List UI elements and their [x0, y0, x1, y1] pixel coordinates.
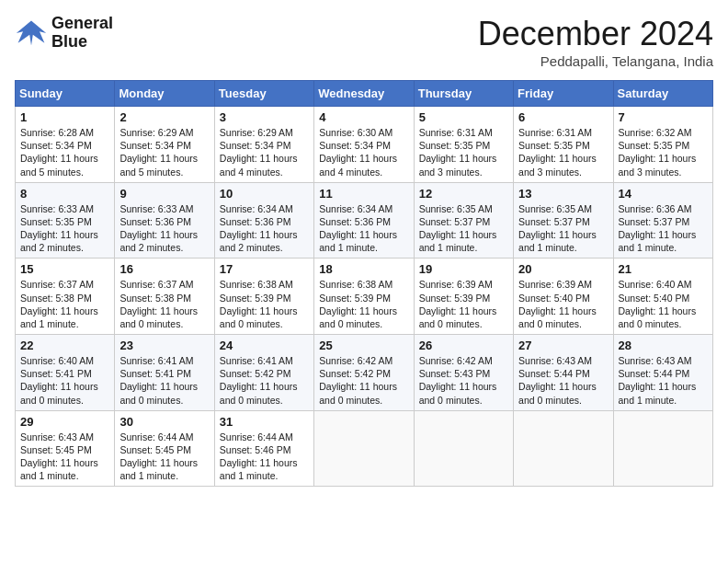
calendar-cell: 13Sunrise: 6:35 AMSunset: 5:37 PMDayligh… [514, 182, 613, 259]
day-info: Sunrise: 6:31 AMSunset: 5:35 PMDaylight:… [518, 126, 608, 178]
day-info: Sunrise: 6:40 AMSunset: 5:40 PMDaylight:… [619, 278, 708, 330]
month-title: December 2024 [478, 15, 713, 53]
calendar-cell: 22Sunrise: 6:40 AMSunset: 5:41 PMDayligh… [16, 335, 115, 411]
day-info: Sunrise: 6:31 AMSunset: 5:35 PMDaylight:… [419, 126, 508, 178]
day-number: 1 [20, 110, 109, 124]
location: Peddapalli, Telangana, India [478, 53, 713, 69]
calendar-table: SundayMondayTuesdayWednesdayThursdayFrid… [15, 80, 713, 487]
calendar-cell: 23Sunrise: 6:41 AMSunset: 5:41 PMDayligh… [115, 335, 214, 411]
day-number: 16 [119, 262, 209, 276]
calendar-cell: 26Sunrise: 6:42 AMSunset: 5:43 PMDayligh… [414, 335, 513, 411]
day-info: Sunrise: 6:32 AMSunset: 5:35 PMDaylight:… [619, 126, 708, 178]
day-info: Sunrise: 6:42 AMSunset: 5:43 PMDaylight:… [419, 354, 508, 407]
calendar-cell: 14Sunrise: 6:36 AMSunset: 5:37 PMDayligh… [613, 182, 712, 259]
day-number: 7 [619, 110, 708, 124]
calendar-cell: 12Sunrise: 6:35 AMSunset: 5:37 PMDayligh… [414, 182, 513, 259]
calendar-cell: 17Sunrise: 6:38 AMSunset: 5:39 PMDayligh… [214, 259, 313, 335]
calendar-cell: 8Sunrise: 6:33 AMSunset: 5:35 PMDaylight… [16, 182, 115, 259]
calendar-week-row: 15Sunrise: 6:37 AMSunset: 5:38 PMDayligh… [16, 259, 713, 335]
day-info: Sunrise: 6:35 AMSunset: 5:37 PMDaylight:… [419, 202, 508, 255]
day-info: Sunrise: 6:43 AMSunset: 5:44 PMDaylight:… [619, 354, 708, 407]
day-info: Sunrise: 6:42 AMSunset: 5:42 PMDaylight:… [319, 354, 408, 407]
day-number: 4 [319, 110, 408, 124]
calendar-day-header: Wednesday [314, 81, 414, 107]
calendar-cell [514, 410, 613, 487]
calendar-cell: 6Sunrise: 6:31 AMSunset: 5:35 PMDaylight… [514, 107, 613, 183]
calendar-cell: 20Sunrise: 6:39 AMSunset: 5:40 PMDayligh… [514, 259, 613, 335]
calendar-cell: 10Sunrise: 6:34 AMSunset: 5:36 PMDayligh… [214, 182, 313, 259]
title-block: December 2024 Peddapalli, Telangana, Ind… [478, 15, 713, 69]
day-number: 30 [119, 415, 209, 429]
day-number: 13 [518, 187, 608, 201]
day-info: Sunrise: 6:35 AMSunset: 5:37 PMDaylight:… [518, 202, 608, 255]
calendar-cell: 9Sunrise: 6:33 AMSunset: 5:36 PMDaylight… [115, 182, 214, 259]
day-info: Sunrise: 6:37 AMSunset: 5:38 PMDaylight:… [119, 278, 209, 330]
day-info: Sunrise: 6:34 AMSunset: 5:36 PMDaylight:… [319, 202, 408, 255]
day-number: 2 [119, 110, 209, 124]
calendar-cell: 16Sunrise: 6:37 AMSunset: 5:38 PMDayligh… [115, 259, 214, 335]
day-number: 25 [319, 339, 408, 352]
calendar-cell [314, 410, 414, 487]
day-number: 8 [20, 187, 109, 201]
day-info: Sunrise: 6:43 AMSunset: 5:45 PMDaylight:… [20, 431, 109, 483]
day-number: 5 [419, 110, 508, 124]
day-number: 6 [518, 110, 608, 124]
day-info: Sunrise: 6:43 AMSunset: 5:44 PMDaylight:… [518, 354, 608, 407]
svg-marker-0 [17, 20, 46, 45]
day-info: Sunrise: 6:40 AMSunset: 5:41 PMDaylight:… [20, 354, 109, 407]
day-info: Sunrise: 6:36 AMSunset: 5:37 PMDaylight:… [619, 202, 708, 255]
day-number: 27 [518, 339, 608, 352]
day-info: Sunrise: 6:34 AMSunset: 5:36 PMDaylight:… [220, 202, 309, 255]
calendar-cell: 5Sunrise: 6:31 AMSunset: 5:35 PMDaylight… [414, 107, 513, 183]
day-number: 15 [20, 262, 109, 276]
day-number: 11 [319, 187, 408, 201]
calendar-week-row: 8Sunrise: 6:33 AMSunset: 5:35 PMDaylight… [16, 182, 713, 259]
calendar-cell: 4Sunrise: 6:30 AMSunset: 5:34 PMDaylight… [314, 107, 414, 183]
day-number: 23 [119, 339, 209, 352]
calendar-cell: 31Sunrise: 6:44 AMSunset: 5:46 PMDayligh… [214, 410, 313, 487]
day-number: 12 [419, 187, 508, 201]
calendar-cell: 11Sunrise: 6:34 AMSunset: 5:36 PMDayligh… [314, 182, 414, 259]
day-number: 20 [518, 262, 608, 276]
calendar-header-row: SundayMondayTuesdayWednesdayThursdayFrid… [16, 81, 713, 107]
day-info: Sunrise: 6:38 AMSunset: 5:39 PMDaylight:… [220, 278, 309, 330]
calendar-cell: 30Sunrise: 6:44 AMSunset: 5:45 PMDayligh… [115, 410, 214, 487]
logo-bird-icon [15, 17, 48, 50]
calendar-cell [414, 410, 513, 487]
day-info: Sunrise: 6:29 AMSunset: 5:34 PMDaylight:… [119, 126, 209, 178]
calendar-day-header: Thursday [414, 81, 513, 107]
calendar-day-header: Friday [514, 81, 613, 107]
day-info: Sunrise: 6:41 AMSunset: 5:41 PMDaylight:… [119, 354, 209, 407]
calendar-cell: 29Sunrise: 6:43 AMSunset: 5:45 PMDayligh… [16, 410, 115, 487]
logo: General Blue [15, 15, 113, 52]
calendar-cell: 21Sunrise: 6:40 AMSunset: 5:40 PMDayligh… [613, 259, 712, 335]
calendar-cell: 18Sunrise: 6:38 AMSunset: 5:39 PMDayligh… [314, 259, 414, 335]
day-info: Sunrise: 6:29 AMSunset: 5:34 PMDaylight:… [220, 126, 309, 178]
calendar-day-header: Tuesday [214, 81, 313, 107]
day-number: 19 [419, 262, 508, 276]
calendar-cell: 15Sunrise: 6:37 AMSunset: 5:38 PMDayligh… [16, 259, 115, 335]
calendar-day-header: Monday [115, 81, 214, 107]
calendar-cell: 27Sunrise: 6:43 AMSunset: 5:44 PMDayligh… [514, 335, 613, 411]
calendar-cell: 24Sunrise: 6:41 AMSunset: 5:42 PMDayligh… [214, 335, 313, 411]
day-number: 14 [619, 187, 708, 201]
logo-text: General Blue [51, 15, 113, 52]
day-number: 26 [419, 339, 508, 352]
calendar-cell: 25Sunrise: 6:42 AMSunset: 5:42 PMDayligh… [314, 335, 414, 411]
day-number: 10 [220, 187, 309, 201]
day-info: Sunrise: 6:44 AMSunset: 5:46 PMDaylight:… [220, 431, 309, 483]
calendar-cell: 7Sunrise: 6:32 AMSunset: 5:35 PMDaylight… [613, 107, 712, 183]
day-info: Sunrise: 6:41 AMSunset: 5:42 PMDaylight:… [220, 354, 309, 407]
day-info: Sunrise: 6:30 AMSunset: 5:34 PMDaylight:… [319, 126, 408, 178]
calendar-cell: 2Sunrise: 6:29 AMSunset: 5:34 PMDaylight… [115, 107, 214, 183]
calendar-cell: 28Sunrise: 6:43 AMSunset: 5:44 PMDayligh… [613, 335, 712, 411]
day-number: 24 [220, 339, 309, 352]
day-number: 29 [20, 415, 109, 429]
day-number: 9 [119, 187, 209, 201]
day-number: 17 [220, 262, 309, 276]
day-number: 3 [220, 110, 309, 124]
day-info: Sunrise: 6:37 AMSunset: 5:38 PMDaylight:… [20, 278, 109, 330]
day-info: Sunrise: 6:33 AMSunset: 5:36 PMDaylight:… [119, 202, 209, 255]
page-header: General Blue December 2024 Peddapalli, T… [15, 15, 713, 69]
day-number: 31 [220, 415, 309, 429]
